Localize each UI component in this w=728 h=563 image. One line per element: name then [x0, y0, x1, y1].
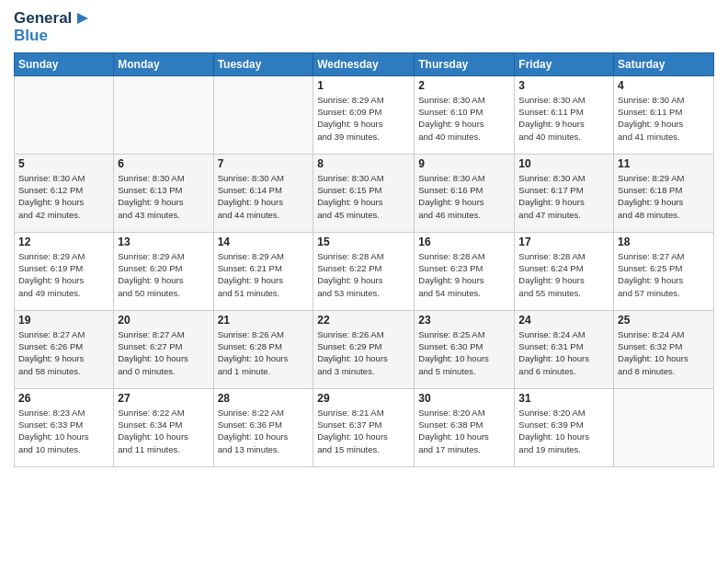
day-number: 15: [317, 236, 410, 248]
day-number: 2: [418, 79, 510, 92]
day-number: 27: [118, 392, 209, 405]
calendar-week-row: 1Sunrise: 8:29 AM Sunset: 6:09 PM Daylig…: [15, 75, 714, 154]
calendar-cell: 22Sunrise: 8:26 AM Sunset: 6:29 PM Dayli…: [313, 310, 415, 388]
day-info: Sunrise: 8:26 AM Sunset: 6:29 PM Dayligh…: [317, 328, 410, 377]
calendar-cell: 9Sunrise: 8:30 AM Sunset: 6:16 PM Daylig…: [415, 154, 515, 232]
day-number: 13: [118, 236, 209, 248]
day-number: 28: [218, 392, 310, 405]
svg-marker-0: [77, 13, 88, 24]
calendar-week-row: 26Sunrise: 8:23 AM Sunset: 6:33 PM Dayli…: [15, 388, 714, 466]
calendar-cell: 30Sunrise: 8:20 AM Sunset: 6:38 PM Dayli…: [415, 388, 515, 466]
day-info: Sunrise: 8:30 AM Sunset: 6:12 PM Dayligh…: [18, 172, 109, 221]
calendar-cell: 1Sunrise: 8:29 AM Sunset: 6:09 PM Daylig…: [313, 75, 415, 154]
day-number: 30: [418, 392, 510, 405]
day-number: 22: [317, 314, 410, 327]
day-info: Sunrise: 8:21 AM Sunset: 6:37 PM Dayligh…: [317, 407, 410, 455]
day-number: 6: [118, 157, 209, 170]
day-info: Sunrise: 8:28 AM Sunset: 6:22 PM Dayligh…: [317, 250, 410, 299]
day-info: Sunrise: 8:25 AM Sunset: 6:30 PM Dayligh…: [418, 328, 510, 377]
weekday-header-tuesday: Tuesday: [213, 52, 313, 75]
calendar-cell: 31Sunrise: 8:20 AM Sunset: 6:39 PM Dayli…: [515, 388, 614, 466]
calendar-cell: [213, 75, 313, 154]
calendar-cell: 11Sunrise: 8:29 AM Sunset: 6:18 PM Dayli…: [614, 154, 714, 232]
calendar-cell: 18Sunrise: 8:27 AM Sunset: 6:25 PM Dayli…: [614, 232, 714, 310]
calendar-week-row: 19Sunrise: 8:27 AM Sunset: 6:26 PM Dayli…: [15, 310, 714, 388]
calendar-cell: 20Sunrise: 8:27 AM Sunset: 6:27 PM Dayli…: [114, 310, 213, 388]
weekday-header-friday: Friday: [515, 52, 614, 75]
weekday-header-sunday: Sunday: [15, 52, 114, 75]
day-info: Sunrise: 8:27 AM Sunset: 6:27 PM Dayligh…: [118, 328, 209, 377]
day-info: Sunrise: 8:24 AM Sunset: 6:32 PM Dayligh…: [618, 328, 710, 377]
day-number: 16: [418, 236, 510, 248]
logo-arrow-icon: [74, 9, 92, 28]
day-number: 21: [218, 314, 310, 327]
calendar-cell: 29Sunrise: 8:21 AM Sunset: 6:37 PM Dayli…: [313, 388, 415, 466]
calendar-cell: 7Sunrise: 8:30 AM Sunset: 6:14 PM Daylig…: [213, 154, 313, 232]
weekday-header-monday: Monday: [114, 52, 213, 75]
page-header: General Blue: [14, 9, 714, 45]
day-info: Sunrise: 8:30 AM Sunset: 6:14 PM Dayligh…: [218, 172, 310, 221]
day-info: Sunrise: 8:27 AM Sunset: 6:25 PM Dayligh…: [618, 250, 710, 299]
day-number: 1: [317, 79, 410, 92]
day-number: 23: [418, 314, 510, 327]
day-info: Sunrise: 8:22 AM Sunset: 6:34 PM Dayligh…: [118, 407, 209, 455]
calendar-cell: 28Sunrise: 8:22 AM Sunset: 6:36 PM Dayli…: [213, 388, 313, 466]
calendar-cell: 15Sunrise: 8:28 AM Sunset: 6:22 PM Dayli…: [313, 232, 415, 310]
calendar-cell: 14Sunrise: 8:29 AM Sunset: 6:21 PM Dayli…: [213, 232, 313, 310]
day-number: 19: [18, 314, 109, 327]
day-info: Sunrise: 8:30 AM Sunset: 6:16 PM Dayligh…: [418, 172, 510, 221]
day-number: 26: [18, 392, 109, 405]
calendar-cell: 24Sunrise: 8:24 AM Sunset: 6:31 PM Dayli…: [515, 310, 614, 388]
day-number: 17: [518, 236, 609, 248]
weekday-header-saturday: Saturday: [614, 52, 714, 75]
day-info: Sunrise: 8:24 AM Sunset: 6:31 PM Dayligh…: [518, 328, 609, 377]
day-info: Sunrise: 8:30 AM Sunset: 6:13 PM Dayligh…: [118, 172, 209, 221]
calendar-cell: 10Sunrise: 8:30 AM Sunset: 6:17 PM Dayli…: [515, 154, 614, 232]
calendar-cell: 8Sunrise: 8:30 AM Sunset: 6:15 PM Daylig…: [313, 154, 415, 232]
calendar-cell: 21Sunrise: 8:26 AM Sunset: 6:28 PM Dayli…: [213, 310, 313, 388]
day-number: 25: [618, 314, 710, 327]
day-number: 14: [218, 236, 310, 248]
day-info: Sunrise: 8:30 AM Sunset: 6:11 PM Dayligh…: [618, 94, 710, 143]
day-info: Sunrise: 8:20 AM Sunset: 6:38 PM Dayligh…: [418, 407, 510, 455]
day-info: Sunrise: 8:26 AM Sunset: 6:28 PM Dayligh…: [218, 328, 310, 377]
calendar-cell: [614, 388, 714, 466]
day-number: 3: [518, 79, 609, 92]
day-info: Sunrise: 8:30 AM Sunset: 6:15 PM Dayligh…: [317, 172, 410, 221]
weekday-header-row: SundayMondayTuesdayWednesdayThursdayFrid…: [15, 52, 714, 75]
calendar-cell: 25Sunrise: 8:24 AM Sunset: 6:32 PM Dayli…: [614, 310, 714, 388]
day-number: 9: [418, 157, 510, 170]
calendar-cell: 4Sunrise: 8:30 AM Sunset: 6:11 PM Daylig…: [614, 75, 714, 154]
day-info: Sunrise: 8:29 AM Sunset: 6:21 PM Dayligh…: [218, 250, 310, 299]
day-number: 11: [618, 157, 710, 170]
calendar-cell: 16Sunrise: 8:28 AM Sunset: 6:23 PM Dayli…: [415, 232, 515, 310]
weekday-header-wednesday: Wednesday: [313, 52, 415, 75]
calendar-cell: 3Sunrise: 8:30 AM Sunset: 6:11 PM Daylig…: [515, 75, 614, 154]
calendar-week-row: 5Sunrise: 8:30 AM Sunset: 6:12 PM Daylig…: [15, 154, 714, 232]
day-number: 5: [18, 157, 109, 170]
day-number: 18: [618, 236, 710, 248]
day-info: Sunrise: 8:28 AM Sunset: 6:24 PM Dayligh…: [518, 250, 609, 299]
calendar-cell: 2Sunrise: 8:30 AM Sunset: 6:10 PM Daylig…: [415, 75, 515, 154]
logo-blue: Blue: [14, 28, 48, 45]
weekday-header-thursday: Thursday: [415, 52, 515, 75]
day-info: Sunrise: 8:20 AM Sunset: 6:39 PM Dayligh…: [518, 407, 609, 455]
calendar-cell: 27Sunrise: 8:22 AM Sunset: 6:34 PM Dayli…: [114, 388, 213, 466]
calendar-cell: 6Sunrise: 8:30 AM Sunset: 6:13 PM Daylig…: [114, 154, 213, 232]
day-info: Sunrise: 8:30 AM Sunset: 6:11 PM Dayligh…: [518, 94, 609, 143]
day-info: Sunrise: 8:28 AM Sunset: 6:23 PM Dayligh…: [418, 250, 510, 299]
day-info: Sunrise: 8:29 AM Sunset: 6:09 PM Dayligh…: [317, 94, 410, 143]
day-number: 12: [18, 236, 109, 248]
day-number: 4: [618, 79, 710, 92]
day-info: Sunrise: 8:23 AM Sunset: 6:33 PM Dayligh…: [18, 407, 109, 455]
calendar-cell: 12Sunrise: 8:29 AM Sunset: 6:19 PM Dayli…: [15, 232, 114, 310]
calendar-cell: 13Sunrise: 8:29 AM Sunset: 6:20 PM Dayli…: [114, 232, 213, 310]
day-info: Sunrise: 8:29 AM Sunset: 6:18 PM Dayligh…: [618, 172, 710, 221]
calendar-week-row: 12Sunrise: 8:29 AM Sunset: 6:19 PM Dayli…: [15, 232, 714, 310]
day-number: 20: [118, 314, 209, 327]
day-number: 31: [518, 392, 609, 405]
logo-general: General: [14, 10, 72, 28]
logo: General Blue: [14, 9, 92, 45]
day-info: Sunrise: 8:29 AM Sunset: 6:20 PM Dayligh…: [118, 250, 209, 299]
day-number: 29: [317, 392, 410, 405]
